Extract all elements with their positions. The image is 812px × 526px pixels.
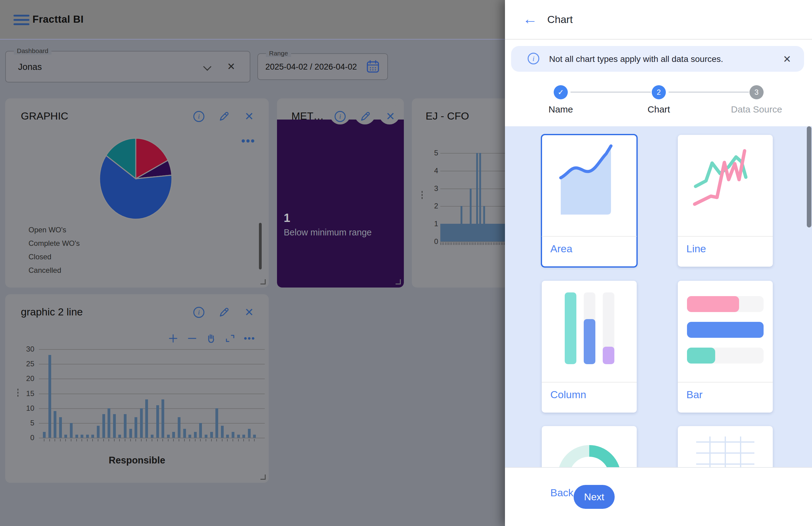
bar[interactable] (156, 405, 159, 438)
back-button[interactable]: Back (550, 481, 574, 504)
bar[interactable] (140, 408, 143, 438)
x-tick (222, 439, 222, 441)
bar[interactable] (129, 429, 132, 438)
bar[interactable] (178, 417, 180, 438)
bar[interactable] (479, 153, 481, 224)
bar[interactable] (483, 206, 485, 224)
panel-scrollbar[interactable] (807, 126, 811, 227)
bar[interactable] (242, 435, 245, 438)
banner-close-icon[interactable]: ✕ (783, 53, 791, 65)
legend-item[interactable]: Complete WO's (29, 237, 80, 250)
bar[interactable] (134, 417, 137, 438)
range-field[interactable]: Range 2025-04-02 / 2026-04-02 (257, 53, 388, 80)
bar[interactable] (59, 417, 62, 438)
x-tick (152, 439, 152, 441)
bar[interactable] (97, 426, 100, 438)
bar[interactable] (183, 429, 186, 438)
close-icon[interactable]: ✕ (385, 111, 396, 122)
calendar-icon[interactable] (366, 59, 380, 74)
next-button[interactable]: Next (574, 485, 615, 509)
x-tick (243, 439, 244, 441)
bar[interactable] (48, 355, 51, 438)
bar[interactable] (161, 399, 164, 438)
bar[interactable] (188, 435, 191, 438)
bar[interactable] (86, 435, 89, 438)
bar[interactable] (107, 408, 110, 438)
bar[interactable] (64, 435, 67, 438)
card-divider (542, 382, 637, 383)
chart-type-column[interactable]: Column (542, 281, 637, 413)
chart-type-area[interactable]: Area (542, 135, 637, 267)
x-tick (49, 439, 50, 441)
bar[interactable] (54, 411, 56, 438)
info-icon[interactable]: i (335, 111, 346, 122)
bar[interactable] (43, 432, 46, 438)
bar[interactable] (70, 423, 73, 438)
info-icon: i (528, 53, 539, 65)
bar[interactable] (221, 426, 224, 438)
bar[interactable] (237, 435, 240, 438)
x-tick (496, 242, 497, 245)
bar[interactable] (124, 414, 127, 438)
bar[interactable] (118, 435, 121, 438)
dashboard-select[interactable]: Dashboard Jonas ✕ (5, 51, 250, 83)
edit-icon[interactable] (360, 111, 371, 122)
bar[interactable] (199, 423, 202, 438)
step-circle-chart[interactable]: 2 (652, 85, 666, 99)
chart-type-bar[interactable]: Bar (678, 281, 773, 413)
clear-icon[interactable]: ✕ (227, 61, 235, 72)
bar[interactable] (91, 435, 94, 438)
card-metric: MET… 1 Below minimum range i ✕ (277, 98, 404, 287)
bar[interactable] (167, 435, 170, 438)
x-tick (44, 439, 44, 441)
bar[interactable] (232, 432, 234, 438)
bar[interactable] (226, 435, 229, 438)
x-tick (447, 242, 447, 245)
bar[interactable] (470, 188, 472, 224)
y-tick-label: 5 (423, 149, 438, 157)
y-tick-label: 20 (19, 374, 34, 383)
hamburger-menu-icon[interactable] (14, 15, 29, 26)
bar[interactable] (194, 432, 197, 438)
resize-handle-icon[interactable] (260, 474, 266, 480)
chart-type-label: Column (550, 389, 586, 401)
x-tick (157, 439, 158, 441)
resize-handle-icon[interactable] (260, 279, 266, 284)
graphic2-chart: 302520151050 (5, 294, 269, 483)
bar[interactable] (102, 414, 105, 438)
card-divider (678, 382, 773, 383)
chart-type-line[interactable]: Line (678, 135, 773, 267)
gridline (39, 408, 265, 409)
chevron-down-icon[interactable] (203, 62, 212, 71)
chart-type-label: Bar (686, 389, 702, 401)
bar[interactable] (253, 435, 256, 438)
bar[interactable] (81, 435, 83, 438)
x-tick (493, 242, 494, 245)
legend-item[interactable]: Open WO's (29, 223, 80, 237)
gridline (39, 394, 265, 394)
bar[interactable] (461, 206, 462, 224)
x-tick (98, 439, 98, 441)
bar[interactable] (210, 432, 213, 438)
resize-handle-icon[interactable] (395, 279, 401, 284)
bar[interactable] (113, 414, 116, 438)
bar[interactable] (215, 408, 218, 438)
bar[interactable] (476, 153, 478, 224)
step-circle-name[interactable]: ✓ (554, 85, 568, 99)
bar[interactable] (151, 435, 154, 438)
y-tick-label: 10 (19, 404, 34, 413)
legend-scrollbar[interactable] (259, 223, 262, 269)
bar[interactable] (248, 429, 251, 438)
step-circle-data-source[interactable]: 3 (750, 85, 764, 99)
bar[interactable] (145, 399, 148, 438)
app-bar: Fracttal BI (0, 0, 505, 40)
bar[interactable] (205, 435, 207, 438)
ejcfo-chart: 543210 (412, 98, 505, 287)
bar[interactable] (75, 435, 78, 438)
bar-baseline-block[interactable] (440, 224, 505, 242)
back-arrow-icon[interactable]: ← (523, 11, 537, 27)
legend-item[interactable]: Cancelled (29, 264, 80, 277)
legend-item[interactable]: Closed (29, 250, 80, 264)
x-tick (189, 439, 190, 441)
bar[interactable] (172, 432, 175, 438)
